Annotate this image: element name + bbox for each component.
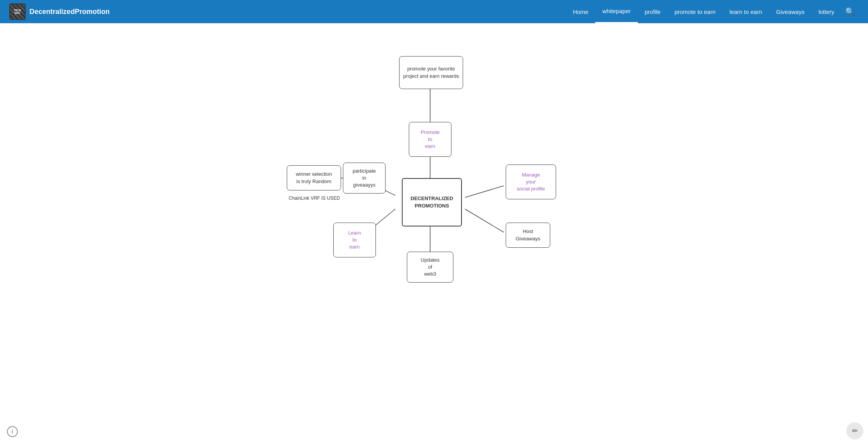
nav-links: Home whitepaper profile promote to earn … xyxy=(566,0,841,23)
chainlink-note: ChainLink VRF IS USED xyxy=(289,195,340,201)
navbar: TRUEWAY DecentralizedPromotion Home whit… xyxy=(0,0,868,23)
manage-profile-text: Manageyoursocial profile xyxy=(517,171,545,193)
search-icon[interactable]: 🔍 xyxy=(841,7,859,16)
updates-box: Updatesofweb3 xyxy=(407,252,453,283)
main-content: promote your favorite project and earn r… xyxy=(0,23,868,444)
nav-profile[interactable]: profile xyxy=(638,0,668,23)
nav-home[interactable]: Home xyxy=(566,0,595,23)
diagram: promote your favorite project and earn r… xyxy=(287,46,581,317)
host-giveaways-text: HostGiveaways xyxy=(516,228,541,242)
brand-link[interactable]: TRUEWAY DecentralizedPromotion xyxy=(9,3,110,20)
learn-earn-text: Learntoearn xyxy=(348,230,361,251)
logo: TRUEWAY xyxy=(9,3,26,20)
brand-name: DecentralizedPromotion xyxy=(29,8,110,16)
center-text: DECENTRALIZEDPROMOTIONS xyxy=(411,195,453,209)
winner-text: winner selectionis truly Random xyxy=(296,171,332,185)
center-box: DECENTRALIZEDPROMOTIONS xyxy=(402,178,462,226)
svg-line-3 xyxy=(465,209,504,232)
top-desc-text: promote your favorite project and earn r… xyxy=(400,65,463,79)
learn-to-earn-box: Learntoearn xyxy=(333,223,376,257)
edit-icon[interactable]: ✏ xyxy=(846,422,863,439)
logo-image: TRUEWAY xyxy=(10,4,25,19)
manage-profile-box: Manageyoursocial profile xyxy=(506,165,556,199)
info-icon[interactable]: i xyxy=(7,426,18,437)
nav-whitepaper[interactable]: whitepaper xyxy=(595,0,637,23)
svg-line-2 xyxy=(465,186,504,197)
nav-lottery[interactable]: lottery xyxy=(811,0,841,23)
winner-box: winner selectionis truly Random xyxy=(287,165,341,190)
host-giveaways-box: HostGiveaways xyxy=(506,223,550,248)
top-desc-box: promote your favorite project and earn r… xyxy=(399,56,463,89)
nav-learn-to-earn[interactable]: learn to earn xyxy=(723,0,769,23)
updates-text: Updatesofweb3 xyxy=(421,257,439,278)
nav-promote-to-earn[interactable]: promote to earn xyxy=(668,0,723,23)
promote-earn-text: Promotetoearn xyxy=(420,129,439,150)
nav-giveaways[interactable]: Giveaways xyxy=(769,0,811,23)
participate-box: participateingiveaayys xyxy=(343,163,386,194)
participate-text: participateingiveaayys xyxy=(353,168,376,189)
promote-to-earn-box: Promotetoearn xyxy=(409,122,451,157)
